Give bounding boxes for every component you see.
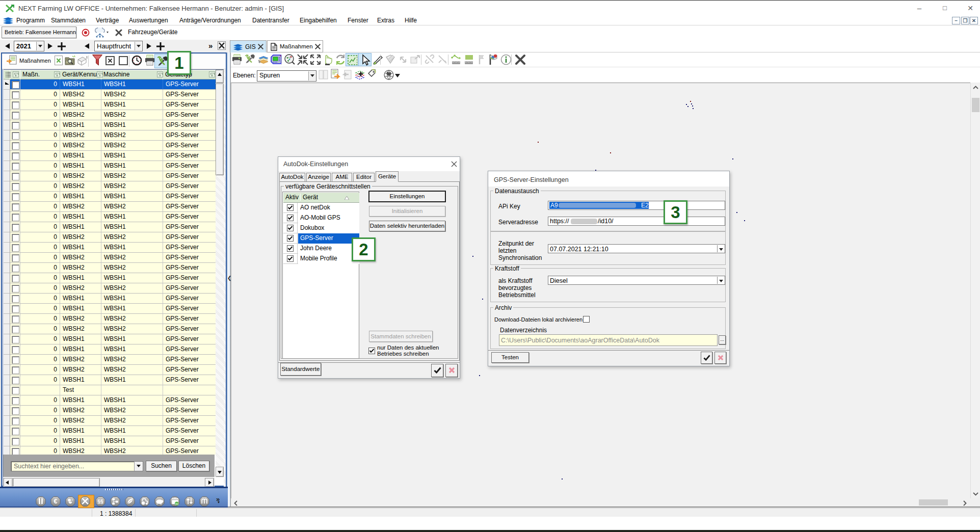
- svg-text:€: €: [54, 498, 58, 505]
- svg-text:30: 30: [175, 502, 178, 506]
- svg-text:§§: §§: [97, 499, 103, 504]
